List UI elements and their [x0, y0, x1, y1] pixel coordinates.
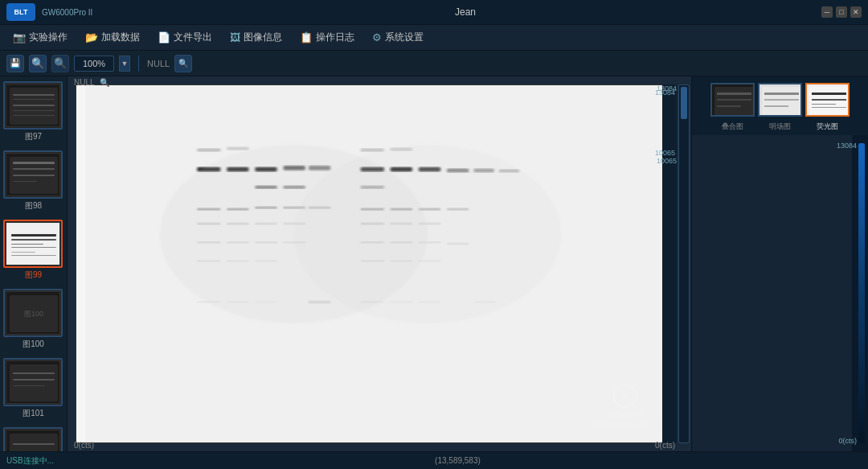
scale-gradient-bar: [858, 143, 865, 443]
view-thumbnails: 叠合图 明场图: [692, 76, 868, 135]
thumb-img-wrap-102: [3, 427, 63, 451]
thumb-label-99: 图99: [3, 268, 64, 282]
scale-mid-value: 10065: [657, 157, 677, 165]
thumb-fluorescent: [805, 83, 850, 117]
svg-rect-100: [764, 93, 799, 95]
load-data-icon: 📂: [85, 31, 98, 43]
thumb-img-101: [6, 360, 60, 404]
scale-mid-value-right: 10065: [655, 149, 675, 157]
svg-point-92: [293, 145, 561, 323]
view-tab-bright-label: 明场图: [769, 121, 791, 132]
svg-rect-46: [197, 149, 221, 152]
scale-bottom-left: 0(cts): [74, 441, 94, 450]
gel-image-area[interactable]: [76, 84, 675, 443]
experiment-icon: 📷: [13, 31, 26, 43]
svg-text:图100: 图100: [23, 310, 43, 318]
sidebar-item-img98[interactable]: 图98: [2, 149, 66, 215]
thumb-img-wrap-100: 图100: [3, 289, 63, 337]
svg-rect-101: [764, 99, 799, 101]
usb-status[interactable]: USB连接中...: [6, 455, 54, 467]
svg-rect-28: [13, 385, 45, 386]
file-export-icon: 📄: [158, 31, 170, 43]
menu-file-export[interactable]: 📄 文件导出: [149, 27, 220, 47]
sidebar-item-img99[interactable]: 图99: [2, 218, 66, 284]
svg-rect-107: [812, 104, 836, 105]
svg-rect-99: [762, 87, 801, 116]
menu-experiment-label: 实验操作: [29, 31, 68, 44]
scrollbar-thumb[interactable]: [681, 87, 687, 119]
thumb-img-102: [6, 430, 60, 451]
menu-load-data[interactable]: 📂 加载数据: [77, 27, 148, 47]
svg-rect-95: [717, 93, 751, 95]
svg-rect-102: [764, 105, 788, 107]
thumb-img-wrap-97: [3, 81, 63, 130]
scale-max-value: 13084: [657, 84, 677, 93]
right-vertical-scale: 13084 0(cts): [852, 135, 868, 451]
thumb-img-97: [6, 84, 60, 127]
thumb-label-100: 图100: [3, 337, 64, 352]
svg-rect-6: [13, 115, 55, 116]
sidebar-item-img100[interactable]: 图100 图100: [2, 287, 66, 353]
thumb-img-wrap-101: [3, 358, 63, 406]
svg-rect-2: [13, 94, 55, 96]
svg-rect-4: [13, 105, 55, 106]
vertical-scrollbar[interactable]: [678, 84, 690, 443]
sidebar-item-img97[interactable]: 图97: [2, 80, 66, 146]
null-search-button[interactable]: 🔍: [174, 55, 192, 72]
menu-file-export-label: 文件导出: [174, 31, 212, 44]
window-controls: ─ □ ✕: [821, 6, 862, 18]
svg-rect-12: [13, 181, 37, 182]
rscale-min: 0(cts): [839, 437, 858, 445]
app-version-label: GW6000Pro II: [42, 8, 92, 17]
zoom-in-button[interactable]: 🔍: [29, 55, 47, 72]
menu-operation-log[interactable]: 📋 操作日志: [292, 27, 362, 47]
center-panel: NULL 🔍 13084 10065: [68, 76, 691, 451]
close-button[interactable]: ✕: [850, 6, 862, 18]
minimize-button[interactable]: ─: [821, 6, 833, 18]
thumb-img-wrap-98: [3, 150, 63, 199]
menu-system-settings[interactable]: ⚙ 系统设置: [364, 27, 432, 47]
right-scale-area: 13084 0(cts): [692, 135, 868, 451]
sidebar-item-img102[interactable]: 图102: [2, 426, 66, 451]
sidebar-item-img101[interactable]: 图101: [2, 356, 66, 422]
svg-rect-96: [717, 99, 751, 101]
menu-experiment[interactable]: 📷 实验操作: [5, 27, 76, 47]
operation-log-icon: 📋: [300, 31, 313, 43]
svg-rect-25: [10, 364, 58, 401]
svg-rect-15: [11, 234, 56, 237]
svg-rect-108: [812, 107, 846, 108]
thumb-label-101: 图101: [3, 406, 64, 421]
restore-button[interactable]: □: [836, 6, 847, 18]
svg-rect-18: [11, 247, 56, 248]
menubar: 📷 实验操作 📂 加载数据 📄 文件导出 🖼 图像信息 📋 操作日志 ⚙ 系统设…: [0, 25, 868, 51]
svg-rect-94: [714, 87, 754, 116]
svg-rect-11: [13, 175, 55, 176]
search-zoom-icon[interactable]: 🔍: [100, 78, 109, 87]
svg-rect-26: [13, 372, 55, 374]
svg-rect-31: [13, 443, 55, 445]
thumb-img-100: 图100: [6, 291, 60, 335]
svg-rect-47: [227, 147, 249, 150]
main-area: 图97 图98: [0, 76, 868, 451]
thumb-img-98: [6, 153, 60, 196]
view-tab-composite[interactable]: 叠合图: [710, 80, 755, 132]
app-logo: BLT: [6, 3, 35, 21]
svg-rect-17: [11, 244, 43, 245]
system-settings-icon: ⚙: [372, 31, 382, 43]
menu-image-info[interactable]: 🖼 图像信息: [222, 27, 290, 47]
menu-load-data-label: 加载数据: [101, 31, 140, 44]
coord-null-label: NULL: [74, 78, 95, 87]
zoom-input[interactable]: [74, 56, 114, 72]
zoom-out-button[interactable]: 🔍: [51, 55, 69, 72]
zoom-dropdown-button[interactable]: ▼: [119, 56, 130, 72]
user-name: Jean: [455, 6, 476, 18]
menu-operation-log-label: 操作日志: [316, 31, 354, 44]
svg-rect-5: [13, 110, 55, 111]
view-tab-bright[interactable]: 明场图: [758, 80, 802, 132]
scale-bottom-right: 0(cts): [655, 441, 675, 450]
save-button[interactable]: 💾: [6, 55, 24, 72]
thumb-label-97: 图97: [3, 130, 64, 144]
svg-rect-104: [809, 87, 849, 116]
view-tab-fluorescent[interactable]: 荧光图: [805, 80, 850, 132]
titlebar: BLT GW6000Pro II Jean ─ □ ✕: [0, 0, 868, 25]
